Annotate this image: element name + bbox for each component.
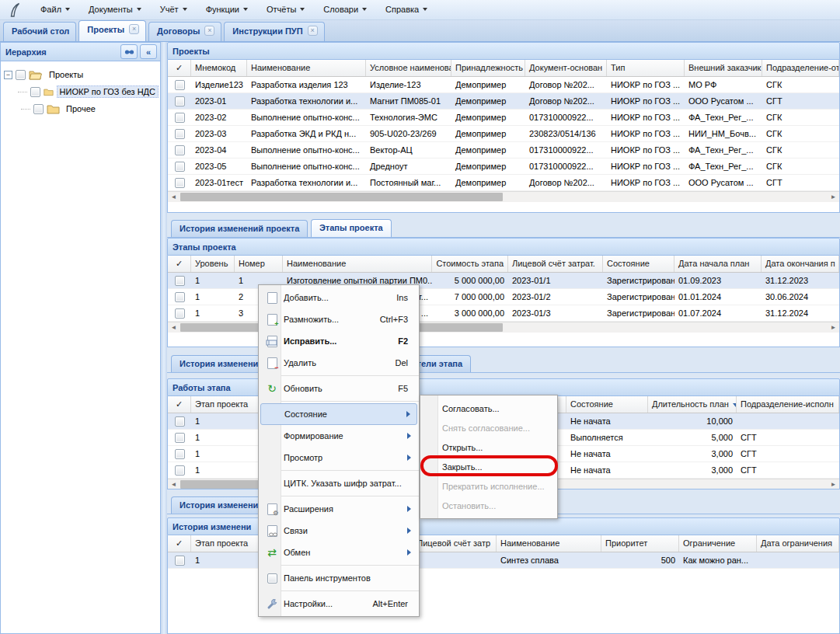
column-header[interactable]: Ограничение — [679, 535, 757, 552]
scroll-left-icon[interactable]: ◄ — [168, 322, 180, 333]
search-icon[interactable] — [120, 44, 138, 59]
collapse-panel-icon[interactable]: « — [140, 44, 157, 59]
row-checkbox[interactable] — [175, 308, 185, 319]
menu-item-exchange[interactable]: ⇄ Обмен — [260, 542, 417, 563]
check-column-header[interactable]: ✓ — [168, 256, 191, 272]
menu-item-refresh[interactable]: ↻ Обновить F5 — [260, 378, 417, 399]
scroll-left-icon[interactable]: ◄ — [168, 479, 180, 489]
row-checkbox[interactable] — [175, 276, 185, 286]
table-row-selected[interactable]: 2023-01Разработка технологии и...Магнит … — [168, 93, 839, 110]
submenu-item-close[interactable]: Закрыть... — [420, 457, 557, 476]
menu-item-toolbar-toggle[interactable]: Панель инструментов — [260, 567, 417, 589]
table-row[interactable]: 2023-02Выполнение опытно-конс...Технолог… — [168, 110, 839, 126]
column-header[interactable]: Этап проекта — [191, 396, 261, 413]
tab-desktop[interactable]: Рабочий стол — [3, 22, 76, 41]
menu-item-settings[interactable]: Настройки... Alt+Enter — [260, 593, 417, 615]
row-checkbox[interactable] — [175, 80, 185, 90]
row-checkbox[interactable] — [175, 465, 185, 476]
tree-item-niokr[interactable]: НИОКР по ГОЗ без НДС — [4, 83, 159, 100]
table-row[interactable]: 2023-01тестРазработка технологии и...Пос… — [168, 175, 839, 191]
horizontal-scrollbar[interactable]: ◄ ► — [168, 191, 839, 202]
column-header[interactable]: Документ-основан — [525, 60, 607, 76]
menu-help[interactable]: Справка — [378, 2, 435, 17]
column-header[interactable]: Дата начала план — [674, 256, 762, 272]
sidebar-splitter[interactable] — [161, 42, 167, 634]
collapse-expander-icon[interactable]: − — [4, 71, 12, 79]
tab-project-history[interactable]: История изменений проекта — [171, 220, 308, 237]
column-header[interactable]: Мнемокод — [191, 60, 247, 76]
row-checkbox[interactable] — [175, 433, 185, 443]
menu-item-state[interactable]: Состояние — [260, 403, 417, 425]
column-header[interactable]: Подразделение-исполн — [737, 396, 839, 413]
column-header[interactable]: Дата окончания п — [762, 256, 839, 272]
column-header[interactable]: Внешний заказчик — [685, 60, 762, 76]
menu-item-extensions[interactable]: ⚙ Расширения — [260, 498, 417, 520]
menu-item-forming[interactable]: Формирование — [260, 425, 417, 447]
scroll-right-icon[interactable]: ► — [828, 322, 839, 333]
menu-file[interactable]: Файл — [33, 2, 78, 17]
table-row[interactable]: 2023-03Разработка ЭКД и РКД н...905-U020… — [168, 126, 839, 142]
tab-stage-history[interactable]: История изменени — [171, 355, 267, 372]
tab-contracts[interactable]: Договоры× — [148, 22, 221, 41]
column-header[interactable]: Приоритет — [601, 535, 679, 552]
menu-item-view[interactable]: Просмотр — [260, 447, 417, 469]
table-row[interactable]: 2023-04Выполнение опытно-конс...Вектор-А… — [168, 142, 839, 158]
row-checkbox[interactable] — [175, 113, 185, 123]
column-header[interactable]: Принадлежность — [451, 60, 525, 76]
row-checkbox[interactable] — [175, 145, 185, 155]
table-row[interactable]: Изделие123Разработка изделия 123Изделие-… — [168, 77, 839, 93]
menu-item-citk-cost-code[interactable]: ЦИТК. Указать шифр затрат... — [260, 472, 417, 494]
column-header[interactable]: Наименование — [247, 60, 366, 76]
menu-reports[interactable]: Отчёты — [259, 2, 312, 17]
column-header[interactable]: Стоимость этапа — [432, 256, 508, 272]
row-checkbox[interactable] — [175, 556, 185, 566]
column-header-sorted[interactable]: Длительность план — [648, 396, 737, 413]
menu-item-links[interactable]: Связи — [260, 520, 417, 542]
close-icon[interactable]: × — [308, 26, 318, 36]
scroll-thumb[interactable] — [180, 193, 503, 201]
scroll-right-icon[interactable]: ► — [828, 192, 839, 202]
tab-instructions[interactable]: Инструкции ПУП× — [224, 22, 324, 41]
scroll-left-icon[interactable]: ◄ — [168, 192, 180, 202]
menu-item-add[interactable]: Добавить... Ins — [260, 287, 417, 308]
check-column-header[interactable]: ✓ — [168, 396, 191, 413]
menu-documents[interactable]: Документы — [81, 2, 149, 17]
close-icon[interactable]: × — [204, 26, 214, 36]
menu-item-edit[interactable]: Исправить... F2 — [260, 330, 417, 352]
column-header[interactable]: Состояние — [566, 396, 648, 413]
tree-checkbox[interactable] — [30, 87, 40, 97]
tab-projects[interactable]: Проекты× — [78, 20, 146, 41]
scroll-right-icon[interactable]: ► — [828, 479, 839, 489]
menu-item-duplicate[interactable]: + Размножить... Ctrl+F3 — [260, 308, 417, 330]
row-checkbox[interactable] — [175, 178, 185, 188]
submenu-item-open[interactable]: Открыть... — [420, 437, 557, 457]
table-row[interactable]: 2023-05Выполнение опытно-конс...Дредноут… — [168, 158, 839, 175]
menu-accounting[interactable]: Учёт — [152, 2, 195, 17]
row-checkbox[interactable] — [175, 96, 185, 106]
column-header[interactable]: Лицевой счёт затрат. — [508, 256, 603, 272]
check-column-header[interactable]: ✓ — [168, 535, 191, 552]
close-icon[interactable]: × — [129, 24, 139, 34]
column-header[interactable]: Наименование — [497, 535, 601, 552]
column-header[interactable]: Условное наименова — [366, 60, 451, 76]
tab-project-stages[interactable]: Этапы проекта — [311, 219, 392, 237]
column-header[interactable]: Дата ограничения — [757, 535, 839, 552]
row-checkbox[interactable] — [175, 129, 185, 139]
column-header[interactable]: Подразделение-от — [762, 60, 839, 76]
menu-dictionaries[interactable]: Словари — [315, 2, 375, 17]
tree-checkbox[interactable] — [16, 70, 26, 80]
column-header[interactable]: Уровень — [191, 256, 235, 272]
column-header[interactable]: Тип — [607, 60, 685, 76]
tree-item-other[interactable]: Прочее — [4, 100, 159, 117]
column-header[interactable]: Состояние — [603, 256, 674, 272]
column-header[interactable]: Номер — [235, 256, 283, 272]
tree-item-projects[interactable]: − Проекты — [4, 66, 159, 83]
row-checkbox[interactable] — [175, 449, 185, 459]
row-checkbox[interactable] — [175, 162, 185, 172]
row-checkbox[interactable] — [175, 416, 185, 427]
column-header[interactable]: Наименование — [283, 256, 432, 272]
column-header[interactable]: Этап проекта — [191, 535, 261, 552]
submenu-item-approve[interactable]: Согласовать... — [420, 399, 557, 418]
tab-work-history[interactable]: История изменени — [171, 496, 267, 514]
check-column-header[interactable]: ✓ — [168, 60, 191, 76]
